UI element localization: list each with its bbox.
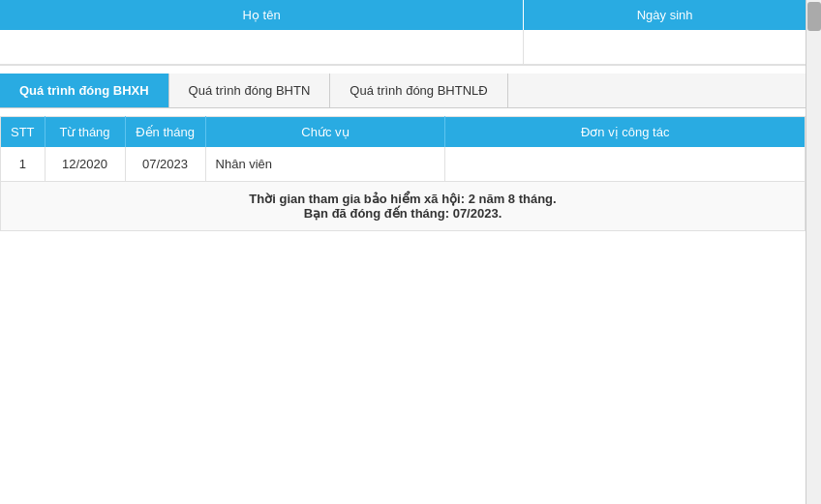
- col-don-vi-header: Đơn vị công tác: [445, 117, 806, 148]
- scrollbar[interactable]: [806, 0, 821, 504]
- tabs-container: Quá trình đóng BHXH Quá trình đóng BHTN …: [0, 74, 806, 108]
- cell-chuc-vu: Nhân viên: [205, 147, 445, 182]
- col-chuc-vu-header: Chức vụ: [205, 117, 445, 148]
- tab-bhxh[interactable]: Quá trình đóng BHXH: [0, 74, 169, 107]
- content-area: STT Từ tháng Đến tháng Chức vụ Đơn vị cô…: [0, 116, 806, 231]
- cell-tu-thang: 12/2020: [45, 147, 125, 182]
- header-table: Họ tên Ngày sinh: [0, 0, 806, 30]
- col-tu-thang-header: Từ tháng: [45, 117, 125, 148]
- cell-don-vi-cong-tac: [445, 147, 806, 182]
- col-den-thang-header: Đến tháng: [125, 117, 205, 148]
- data-ngay-sinh: [524, 30, 806, 65]
- summary-text: Thời gian tham gia bảo hiểm xã hội: 2 nă…: [1, 182, 806, 231]
- main-content: Họ tên Ngày sinh Quá trình đóng BHXH Quá…: [0, 0, 806, 231]
- summary-line1: Thời gian tham gia bảo hiểm xã hội: 2 nă…: [249, 192, 556, 206]
- col-stt-header: STT: [1, 117, 46, 148]
- summary-row: Thời gian tham gia bảo hiểm xã hội: 2 nă…: [1, 182, 806, 231]
- data-ho-ten: [0, 30, 524, 65]
- page-wrapper: Họ tên Ngày sinh Quá trình đóng BHXH Quá…: [0, 0, 821, 504]
- summary-line2: Bạn đã đóng đến tháng: 07/2023.: [304, 206, 502, 221]
- inner-table: STT Từ tháng Đến tháng Chức vụ Đơn vị cô…: [0, 116, 806, 231]
- scrollbar-thumb[interactable]: [807, 2, 821, 31]
- header-ngay-sinh: Ngày sinh: [524, 0, 806, 30]
- data-row-table: [0, 30, 806, 66]
- tab-bhtn[interactable]: Quá trình đóng BHTN: [169, 74, 331, 107]
- header-ho-ten: Họ tên: [0, 0, 524, 30]
- tab-bhtnld[interactable]: Quá trình đóng BHTNLĐ: [330, 74, 507, 107]
- cell-den-thang: 07/2023: [125, 147, 205, 182]
- table-row: 1 12/2020 07/2023 Nhân viên: [1, 147, 806, 182]
- cell-stt: 1: [1, 147, 46, 182]
